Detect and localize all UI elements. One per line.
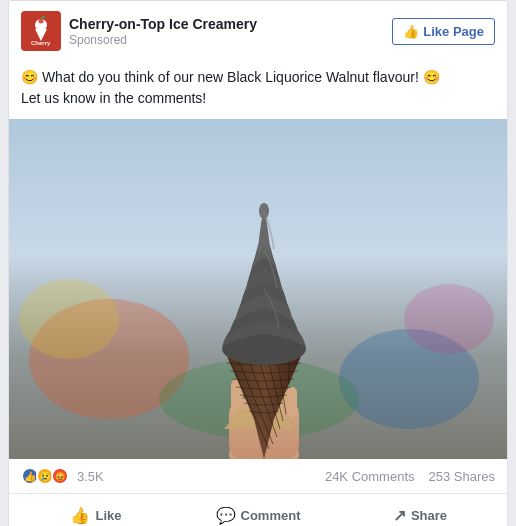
reactions-right: 24K Comments 253 Shares [325, 469, 495, 484]
actions-bar: 👍 Like 💬 Comment ↗ Share [9, 494, 507, 526]
ice-cream-svg [9, 119, 507, 459]
svg-text:Cherry: Cherry [31, 40, 51, 46]
share-icon: ↗ [393, 506, 406, 525]
emoji-icons: 👍 😢 😡 [21, 467, 69, 485]
page-info: Cherry-on-Top Ice Creamery Sponsored [69, 15, 257, 47]
svg-rect-17 [287, 387, 297, 417]
share-button[interactable]: ↗ Share [339, 498, 501, 526]
page-logo[interactable]: Cherry [21, 11, 61, 51]
sponsored-label: Sponsored [69, 33, 257, 47]
post-text: 😊 What do you think of our new Black Liq… [9, 61, 507, 119]
comment-icon: 💬 [216, 506, 236, 525]
post-header: Cherry Cherry-on-Top Ice Creamery Sponso… [9, 1, 507, 61]
facebook-post-card: Cherry Cherry-on-Top Ice Creamery Sponso… [8, 0, 508, 526]
comment-label: Comment [241, 508, 301, 523]
post-body: What do you think of our new Black Liquo… [21, 69, 440, 106]
thumbs-up-icon: 👍 [403, 24, 419, 39]
shares-count[interactable]: 253 Shares [429, 469, 496, 484]
like-label: Like [95, 508, 121, 523]
reactions-bar: 👍 😢 😡 3.5K 24K Comments 253 Shares [9, 459, 507, 494]
share-label: Share [411, 508, 447, 523]
comment-button[interactable]: 💬 Comment [177, 498, 339, 526]
page-name[interactable]: Cherry-on-Top Ice Creamery [69, 15, 257, 33]
reaction-count: 3.5K [77, 469, 104, 484]
reactions-left[interactable]: 👍 😢 😡 3.5K [21, 467, 104, 485]
svg-point-10 [404, 284, 494, 354]
like-icon: 👍 [70, 506, 90, 525]
emoji-start: 😊 [21, 69, 38, 85]
angry-emoji: 😡 [51, 467, 69, 485]
comments-count[interactable]: 24K Comments [325, 469, 415, 484]
svg-point-3 [39, 19, 44, 24]
page-identity: Cherry Cherry-on-Top Ice Creamery Sponso… [21, 11, 257, 51]
svg-point-9 [19, 279, 119, 359]
post-image [9, 119, 507, 459]
like-page-button[interactable]: 👍 Like Page [392, 18, 495, 45]
like-button[interactable]: 👍 Like [15, 498, 177, 526]
